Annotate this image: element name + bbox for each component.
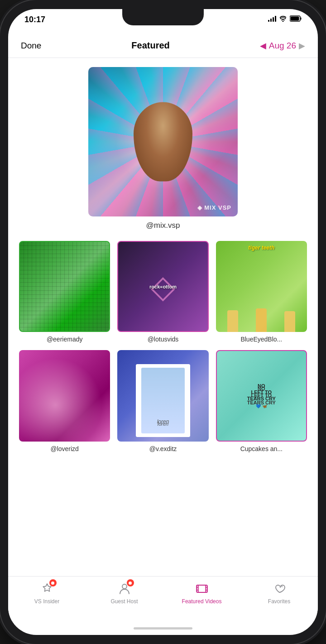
- tab-favorites[interactable]: Favorites: [240, 581, 318, 605]
- person-figure: [134, 102, 192, 182]
- username-blueeyed: BlueEyedBlo...: [240, 336, 282, 343]
- username-lotusvids: @lotusvids: [148, 336, 179, 343]
- tab-vs-insider-label: VS Insider: [34, 598, 59, 605]
- list-item[interactable]: @loverizd: [19, 350, 110, 452]
- username-loverizd: @loverizd: [50, 445, 78, 452]
- favorites-icon-wrap: [272, 581, 287, 596]
- guest-host-icon-wrap: [117, 581, 132, 596]
- username-vexditz: @v.exditz: [149, 445, 177, 452]
- list-item[interactable]: @eeriemady: [19, 241, 110, 343]
- tab-guest-host[interactable]: Guest Host: [86, 581, 163, 605]
- svg-rect-2: [301, 18, 302, 20]
- phone-screen: 10:17 Done Featu: [8, 9, 318, 635]
- svg-point-3: [122, 584, 127, 589]
- content-area: @mix.vsp @eeriemady @lotusvids: [8, 58, 318, 576]
- username-cupcakes: Cupcakes an...: [240, 445, 283, 452]
- vs-insider-icon-wrap: [39, 581, 55, 596]
- phone-frame: 10:17 Done Featu: [0, 0, 326, 644]
- film-icon: [196, 582, 208, 595]
- notch: [122, 9, 204, 25]
- nav-date: Aug 26: [269, 41, 296, 51]
- featured-main-thumbnail[interactable]: [88, 67, 238, 216]
- tab-bar: VS Insider Guest Host: [8, 576, 318, 621]
- thumbnail-grid-row1: @eeriemady @lotusvids BlueE: [19, 241, 307, 343]
- tab-featured-videos[interactable]: Featured Videos: [163, 581, 240, 605]
- thumbnail-vexditz[interactable]: loren: [117, 350, 208, 441]
- home-bar: [134, 627, 192, 630]
- heart-icon: [273, 582, 286, 595]
- tab-favorites-label: Favorites: [268, 598, 290, 605]
- tab-guest-host-label: Guest Host: [110, 598, 138, 605]
- featured-main-item[interactable]: @mix.vsp: [88, 67, 238, 230]
- prev-date-button[interactable]: ◀: [260, 41, 266, 51]
- wifi-icon: [279, 15, 287, 22]
- list-item[interactable]: BlueEyedBlo...: [216, 241, 307, 343]
- username-eeriemady: @eeriemady: [47, 336, 83, 343]
- vs-insider-badge: [49, 579, 57, 586]
- tab-featured-videos-label: Featured Videos: [182, 598, 222, 605]
- page-title: Featured: [41, 40, 259, 51]
- guest-host-badge: [127, 579, 134, 586]
- battery-icon: [290, 15, 302, 22]
- thumbnail-blueeyed[interactable]: [216, 241, 307, 332]
- thumbnail-cupcakes[interactable]: NOLEFT TOTEARS CRY 💙 🦋: [216, 350, 307, 441]
- nav-bar: Done Featured ◀ Aug 26 ▶: [8, 34, 318, 58]
- nav-date-group: ◀ Aug 26 ▶: [260, 41, 305, 51]
- tab-vs-insider[interactable]: VS Insider: [8, 581, 86, 605]
- svg-rect-1: [291, 17, 299, 21]
- thumbnail-loverizd[interactable]: [19, 350, 110, 441]
- status-time: 10:17: [24, 15, 45, 24]
- featured-videos-icon-wrap: [194, 581, 210, 596]
- list-item[interactable]: @lotusvids: [117, 241, 208, 343]
- thumbnail-lotusvids[interactable]: [117, 241, 208, 332]
- status-icons: [268, 15, 302, 22]
- featured-main-username: @mix.vsp: [146, 221, 180, 230]
- cupcakes-text-overlay: NOLEFT TOTEARS CRY 💙 🦋: [217, 351, 306, 440]
- home-indicator: [8, 621, 318, 635]
- thumbnail-grid-row2: @loverizd loren @v.exditz NOLEFT TOTEARS: [19, 350, 307, 452]
- next-date-button[interactable]: ▶: [299, 41, 305, 51]
- list-item[interactable]: NOLEFT TOTEARS CRY 💙 🦋 Cupcakes an...: [216, 350, 307, 452]
- list-item[interactable]: loren @v.exditz: [117, 350, 208, 452]
- thumbnail-eeriemady[interactable]: [19, 241, 110, 332]
- done-button[interactable]: Done: [21, 41, 41, 51]
- signal-icon: [268, 15, 276, 22]
